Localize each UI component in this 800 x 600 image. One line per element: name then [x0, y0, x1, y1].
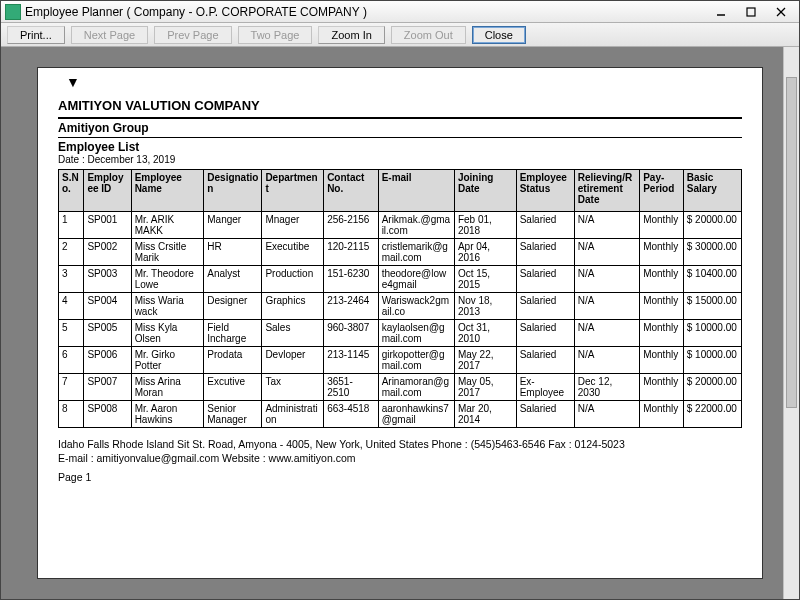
cell-payperiod: Monthly: [640, 212, 684, 239]
cell-status: Salaried: [516, 212, 574, 239]
divider: [58, 137, 742, 138]
cell-joining: May 22, 2017: [454, 347, 516, 374]
cell-status: Ex-Employee: [516, 374, 574, 401]
cell-empid: SP004: [84, 293, 131, 320]
cell-empid: SP001: [84, 212, 131, 239]
divider: [58, 117, 742, 119]
cell-sno: 2: [59, 239, 84, 266]
vertical-scrollbar[interactable]: [783, 47, 799, 599]
report-page: ▼ AMITIYON VALUTION COMPANY Amitiyon Gro…: [37, 67, 763, 579]
col-department: Department: [262, 170, 324, 212]
cell-empid: SP007: [84, 374, 131, 401]
toolbar: Print... Next Page Prev Page Two Page Zo…: [1, 23, 799, 47]
cell-name: Miss Arina Moran: [131, 374, 204, 401]
cell-payperiod: Monthly: [640, 266, 684, 293]
window-title: Employee Planner ( Company - O.P. CORPOR…: [25, 5, 705, 19]
table-row: 2SP002Miss Crsitle MarikHRExecutibe120-2…: [59, 239, 742, 266]
cell-email: Arikmak.@gmail.com: [378, 212, 454, 239]
cell-salary: $ 10000.00: [683, 320, 741, 347]
close-preview-button[interactable]: Close: [472, 26, 526, 44]
app-window: Employee Planner ( Company - O.P. CORPOR…: [0, 0, 800, 600]
zoom-out-button: Zoom Out: [391, 26, 466, 44]
cell-payperiod: Monthly: [640, 320, 684, 347]
app-icon: [5, 4, 21, 20]
cell-sno: 4: [59, 293, 84, 320]
minimize-button[interactable]: [707, 3, 735, 21]
cell-contact: 120-2115: [324, 239, 378, 266]
close-button[interactable]: [767, 3, 795, 21]
cell-desig: Manger: [204, 212, 262, 239]
cell-payperiod: Monthly: [640, 347, 684, 374]
prev-page-button: Prev Page: [154, 26, 231, 44]
col-payperiod: Pay-Period: [640, 170, 684, 212]
company-name: AMITIYON VALUTION COMPANY: [58, 98, 742, 113]
cell-status: Salaried: [516, 401, 574, 428]
two-page-button: Two Page: [238, 26, 313, 44]
cell-sno: 8: [59, 401, 84, 428]
cell-empid: SP006: [84, 347, 131, 374]
cell-email: girkopotter@gmail.com: [378, 347, 454, 374]
table-row: 3SP003Mr. Theodore LoweAnalystProduction…: [59, 266, 742, 293]
cell-name: Mr. Theodore Lowe: [131, 266, 204, 293]
col-salary: Basic Salary: [683, 170, 741, 212]
col-sno: S.No.: [59, 170, 84, 212]
col-designation: Designation: [204, 170, 262, 212]
cell-salary: $ 20000.00: [683, 374, 741, 401]
cell-joining: Feb 01, 2018: [454, 212, 516, 239]
section-title: Employee List: [58, 140, 742, 154]
cell-name: Miss Crsitle Marik: [131, 239, 204, 266]
table-row: 6SP006Mr. Girko PotterProdataDevloper213…: [59, 347, 742, 374]
cell-salary: $ 20000.00: [683, 212, 741, 239]
cell-status: Salaried: [516, 239, 574, 266]
cell-payperiod: Monthly: [640, 293, 684, 320]
cell-dept: Executibe: [262, 239, 324, 266]
cell-empid: SP002: [84, 239, 131, 266]
cell-relieving: N/A: [574, 212, 639, 239]
cell-email: theodore@lowe4gmail: [378, 266, 454, 293]
cell-email: cristlemarik@gmail.com: [378, 239, 454, 266]
cell-empid: SP005: [84, 320, 131, 347]
titlebar: Employee Planner ( Company - O.P. CORPOR…: [1, 1, 799, 23]
cell-contact: 256-2156: [324, 212, 378, 239]
cell-sno: 6: [59, 347, 84, 374]
preview-viewport: ▼ AMITIYON VALUTION COMPANY Amitiyon Gro…: [1, 47, 799, 599]
cell-payperiod: Monthly: [640, 374, 684, 401]
next-page-button: Next Page: [71, 26, 148, 44]
cell-dept: Tax: [262, 374, 324, 401]
maximize-button[interactable]: [737, 3, 765, 21]
scrollbar-thumb[interactable]: [786, 77, 797, 408]
cell-sno: 5: [59, 320, 84, 347]
cell-contact: 960-3807: [324, 320, 378, 347]
report-footer: Idaho Falls Rhode Island Sit St. Road, A…: [58, 438, 742, 465]
cell-email: Arinamoran@gmail.com: [378, 374, 454, 401]
cell-email: Wariswack2gmail.co: [378, 293, 454, 320]
cell-desig: Excutive: [204, 374, 262, 401]
cell-relieving: N/A: [574, 401, 639, 428]
cell-desig: HR: [204, 239, 262, 266]
cell-joining: May 05, 2017: [454, 374, 516, 401]
cell-joining: Nov 18, 2013: [454, 293, 516, 320]
cell-dept: Mnager: [262, 212, 324, 239]
cell-relieving: N/A: [574, 239, 639, 266]
cell-status: Salaried: [516, 293, 574, 320]
col-relieving: Relieving/Retirement Date: [574, 170, 639, 212]
cell-contact: 663-4518: [324, 401, 378, 428]
cell-relieving: N/A: [574, 347, 639, 374]
col-name: Employee Name: [131, 170, 204, 212]
cell-joining: Mar 20, 2014: [454, 401, 516, 428]
col-status: Employee Status: [516, 170, 574, 212]
cell-name: Miss Waria wack: [131, 293, 204, 320]
cell-empid: SP003: [84, 266, 131, 293]
cell-sno: 1: [59, 212, 84, 239]
cell-relieving: N/A: [574, 320, 639, 347]
print-button[interactable]: Print...: [7, 26, 65, 44]
cell-joining: Oct 31, 2010: [454, 320, 516, 347]
cell-status: Salaried: [516, 266, 574, 293]
cell-email: kaylaolsen@gmail.com: [378, 320, 454, 347]
cell-contact: 3651-2510: [324, 374, 378, 401]
cell-payperiod: Monthly: [640, 401, 684, 428]
cell-relieving: Dec 12, 2030: [574, 374, 639, 401]
cell-email: aaronhawkins7@gmail: [378, 401, 454, 428]
footer-contact: E-mail : amitiyonvalue@gmail.com Website…: [58, 452, 742, 466]
zoom-in-button[interactable]: Zoom In: [318, 26, 384, 44]
